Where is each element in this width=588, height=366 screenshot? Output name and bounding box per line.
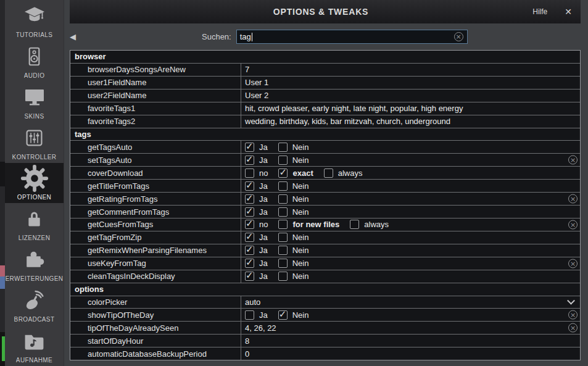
option-text-value[interactable]: hit, crowd pleaser, early night, late ni…	[245, 104, 463, 113]
section-title: browser	[70, 51, 580, 63]
checkbox-nein[interactable]	[278, 181, 288, 191]
sidebar-item-kontroller[interactable]: KONTROLLER	[5, 122, 64, 163]
page-title: OPTIONS & TWEAKS	[273, 7, 368, 17]
close-icon[interactable]: ✕	[565, 7, 572, 17]
option-value-cell: nofor new filesalways	[241, 218, 580, 231]
checkbox-nein[interactable]	[278, 207, 288, 217]
option-value-cell: JaNein	[241, 193, 580, 205]
option-value-cell: User 2	[241, 89, 580, 102]
choice-label: Nein	[292, 194, 309, 204]
option-row-getCuesFromTags: getCuesFromTagsnofor new filesalways×	[70, 218, 580, 231]
gear-icon	[20, 163, 49, 194]
checkbox-ja-checked[interactable]	[245, 143, 254, 152]
reset-option-icon[interactable]: ×	[568, 310, 578, 320]
checkbox-ja-checked[interactable]	[245, 259, 254, 268]
checkbox-no-checked[interactable]	[245, 220, 254, 229]
checkbox-ja-checked[interactable]	[245, 194, 254, 204]
choice-label: Nein	[292, 233, 309, 242]
background-artifact	[0, 265, 5, 277]
choice-label: Nein	[292, 181, 309, 191]
option-name: showTipOfTheDay	[70, 309, 241, 321]
option-row-getTitleFromTags: getTitleFromTagsJaNein	[70, 179, 580, 192]
checkbox-ja-checked[interactable]	[245, 272, 254, 281]
reset-option-icon[interactable]: ×	[568, 323, 578, 333]
checkbox-nein[interactable]	[278, 143, 288, 152]
option-value-cell: JaNein	[241, 154, 580, 166]
checkbox-exact-checked[interactable]	[278, 168, 288, 178]
choice-label: always	[338, 168, 363, 178]
option-select-value[interactable]: auto	[245, 297, 260, 307]
option-value-cell: JaNein	[241, 231, 580, 244]
sidebar-item-lizenzen[interactable]: LIZENZEN	[5, 203, 64, 244]
sidebar-item-audio[interactable]: AUDIO	[5, 41, 64, 81]
checkbox-ja-checked[interactable]	[245, 233, 254, 242]
search-input[interactable]: tag ×	[236, 30, 468, 44]
option-text-value[interactable]: wedding, birthday, kids, bar mitzvah, ch…	[245, 117, 450, 126]
choice-label: Ja	[259, 259, 268, 268]
choice-label: Nein	[292, 246, 309, 255]
option-row-coverDownload: coverDownloadnoexactalways	[70, 166, 580, 179]
option-name: colorPicker	[70, 296, 241, 309]
clear-search-icon[interactable]: ×	[454, 32, 463, 41]
option-value-cell: 8	[241, 335, 580, 347]
sidebar-item-aufnahme[interactable]: AUFNAHME	[5, 325, 64, 366]
option-row-browserDaysSongsAreNew: browserDaysSongsAreNew7	[70, 63, 580, 76]
option-value-cell: 4, 26, 22	[241, 322, 580, 334]
sidebar-item-label: BROADCAST	[14, 316, 55, 323]
checkbox-ja-checked[interactable]	[245, 207, 254, 217]
checkbox-no[interactable]	[245, 168, 254, 178]
option-text-value[interactable]: 4, 26, 22	[245, 323, 276, 333]
sidebar-item-optionen[interactable]: OPTIONEN	[5, 163, 64, 204]
sidebar-item-tutorials[interactable]: TUTORIALS	[5, 0, 64, 41]
search-input-value: tag	[240, 32, 251, 41]
reset-option-icon[interactable]: ×	[568, 220, 578, 229]
choice-label: Nein	[292, 156, 309, 165]
checkbox-nein-checked[interactable]	[278, 310, 288, 320]
option-row-startOfDayHour: startOfDayHour8	[70, 334, 580, 347]
sidebar-item-label: OPTIONEN	[17, 194, 51, 201]
sidebar-item-broadcast[interactable]: BROADCAST	[5, 285, 64, 325]
option-value-cell: wedding, birthday, kids, bar mitzvah, ch…	[241, 115, 580, 128]
checkbox-nein[interactable]	[278, 233, 288, 242]
option-text-value[interactable]: 7	[245, 65, 249, 74]
choice-label: Nein	[292, 310, 309, 320]
checkbox-always[interactable]	[350, 220, 359, 229]
reset-option-icon[interactable]: ×	[568, 194, 578, 204]
speaker-icon	[24, 41, 44, 72]
choice-label: Ja	[259, 310, 268, 320]
checkbox-ja[interactable]	[245, 310, 254, 320]
sidebar-item-skins[interactable]: SKINS	[5, 81, 64, 122]
checkbox-nein[interactable]	[278, 246, 288, 255]
checkbox-nein[interactable]	[278, 194, 288, 204]
section-header-browser: browser	[70, 51, 580, 63]
choice-label: Nein	[292, 272, 309, 281]
checkbox-ja-checked[interactable]	[245, 181, 254, 191]
checkbox-nein[interactable]	[278, 272, 288, 281]
option-text-value[interactable]: User 2	[245, 91, 268, 100]
reset-option-icon[interactable]: ×	[568, 156, 578, 165]
reset-option-icon[interactable]: ×	[568, 259, 578, 268]
checkbox-nein[interactable]	[278, 259, 288, 268]
option-text-value[interactable]: User 1	[245, 78, 268, 87]
sliders-icon	[24, 122, 44, 154]
sidebar-item-erweiterungen[interactable]: ERWEITERUNGEN	[5, 244, 64, 285]
checkbox-ja-checked[interactable]	[245, 246, 254, 255]
choice-label: Nein	[292, 207, 309, 217]
help-button[interactable]: Hilfe	[532, 7, 547, 16]
checkbox-for-new-files[interactable]	[278, 220, 288, 229]
option-name: getTitleFromTags	[70, 180, 241, 192]
option-name: useKeyFromTag	[70, 257, 241, 270]
back-arrow-icon[interactable]: ◀	[70, 32, 81, 41]
option-row-getRatingFromTags: getRatingFromTagsJaNein×	[70, 192, 580, 205]
option-value-cell: JaNein	[241, 244, 580, 257]
checkbox-nein[interactable]	[278, 156, 288, 165]
checkbox-always[interactable]	[324, 168, 333, 178]
option-text-value[interactable]: 8	[245, 336, 249, 346]
option-text-value[interactable]: 0	[245, 349, 249, 359]
option-row-colorPicker: colorPickerauto	[70, 296, 580, 309]
sidebar: TUTORIALSAUDIOSKINSKONTROLLEROPTIONENLIZ…	[5, 0, 64, 366]
checkbox-ja-checked[interactable]	[245, 156, 254, 165]
text-caret	[252, 33, 252, 41]
option-row-cleanTagsInDeckDisplay: cleanTagsInDeckDisplayJaNein	[70, 270, 580, 283]
choice-label: Ja	[259, 233, 268, 242]
